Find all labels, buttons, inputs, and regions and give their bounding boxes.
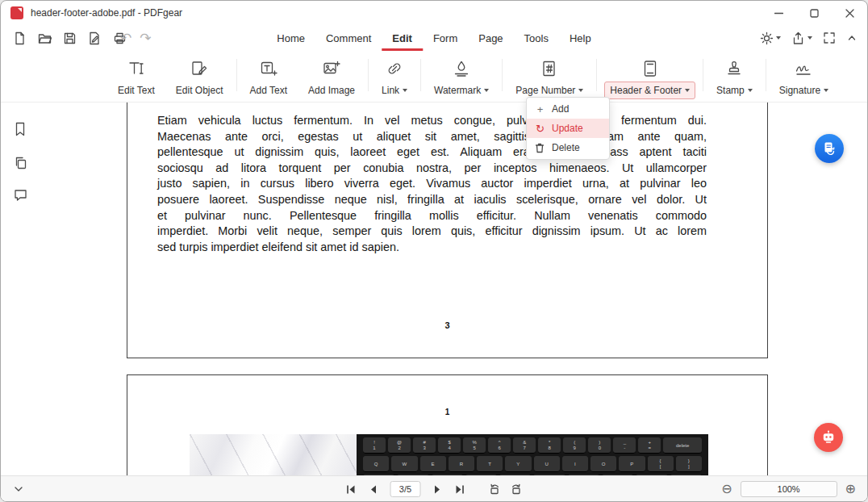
refresh-icon: ↻: [535, 123, 545, 134]
watermark-button[interactable]: Watermark: [424, 56, 499, 99]
rotate-right-button[interactable]: [511, 483, 524, 496]
tab-comment[interactable]: Comment: [315, 25, 382, 51]
ribbon-divider: [368, 59, 369, 91]
pdf-text-line: pellentesque ut dignissim quis, laoreet …: [157, 144, 707, 161]
redo-icon[interactable]: ↷: [140, 31, 151, 45]
edit-text-button[interactable]: Edit Text: [107, 56, 165, 99]
link-icon: [385, 56, 404, 81]
next-page-button[interactable]: [432, 483, 444, 496]
keyboard-key: * 8: [538, 437, 561, 454]
pdf-text-line: justo sapien, in cursus libero viverra e…: [157, 176, 707, 192]
header-footer-button[interactable]: Header & Footer: [599, 56, 700, 99]
comments-panel-icon[interactable]: [14, 189, 27, 202]
keyboard-key: ) 0: [588, 437, 611, 454]
add-text-button[interactable]: Add Text: [240, 56, 298, 99]
rotate-left-button[interactable]: [488, 483, 501, 496]
rotate-buttons: [488, 483, 524, 496]
thumbnails-panel-icon[interactable]: [14, 156, 27, 169]
edit-object-button[interactable]: Edit Object: [165, 56, 234, 99]
tab-form[interactable]: Form: [423, 25, 468, 51]
keyboard-key: ^ 6: [488, 437, 511, 454]
plus-icon: +: [535, 104, 545, 115]
header-footer-dropdown-menu: + Add ↻ Update Delete: [526, 97, 610, 160]
link-button[interactable]: Link: [371, 56, 418, 99]
keyboard-key: Q: [363, 456, 389, 472]
keyboard-row: Q W E R T Y U I O P { [ } ]: [363, 456, 702, 472]
last-page-button[interactable]: [454, 483, 466, 496]
page-header-number: 1: [127, 408, 767, 416]
share-export-button[interactable]: [791, 31, 812, 45]
page-footer-number: 3: [127, 320, 767, 330]
chevron-down-icon: [578, 89, 583, 92]
menu-item-add[interactable]: + Add: [527, 99, 609, 119]
header-footer-icon: [641, 56, 660, 81]
chevron-down-icon: [807, 36, 812, 40]
pdf-text-line: posuere laoreet. Suspendisse neque nisl,…: [157, 192, 707, 208]
signature-button[interactable]: Signature: [769, 56, 839, 99]
keyboard-key: ( 9: [563, 437, 586, 454]
edit-ribbon: Edit Text Edit Object Add Text Add Image: [1, 51, 867, 102]
zoom-out-icon[interactable]: ⊖: [721, 483, 732, 496]
add-image-icon: [322, 56, 341, 81]
zoom-controls: ⊖ ⊕: [721, 476, 856, 502]
fullscreen-button[interactable]: [823, 31, 836, 44]
pdf-text-line: sed turpis imperdiet eleifend sit amet i…: [157, 240, 707, 256]
laptop-keyboard-image: ! 1 @ 2 # 3 $ 4 % 5 ^ 6 & 7 * 8 ( 9 ) 0 …: [357, 434, 708, 475]
undo-icon[interactable]: ↶: [120, 31, 131, 45]
tab-edit[interactable]: Edit: [382, 25, 423, 51]
chevron-down-icon: [748, 89, 753, 92]
tab-tools[interactable]: Tools: [514, 25, 559, 51]
bookmarks-panel-icon[interactable]: [14, 122, 27, 136]
maximize-button[interactable]: [796, 1, 832, 25]
close-button[interactable]: [832, 1, 867, 25]
chatbot-assistant-fab[interactable]: [814, 423, 843, 452]
menu-item-update[interactable]: ↻ Update: [527, 119, 609, 138]
keyboard-key: % 5: [463, 437, 486, 454]
undo-redo-group: ↶ ↷: [120, 25, 152, 51]
add-image-button[interactable]: Add Image: [298, 56, 365, 99]
watermark-icon: [452, 56, 471, 81]
pdfgear-logo-icon: [10, 6, 23, 19]
trash-icon: [535, 143, 545, 153]
keyboard-key: @ 2: [388, 437, 411, 454]
chevron-down-icon: [484, 89, 489, 92]
menu-item-delete[interactable]: Delete: [527, 138, 609, 157]
menu-bar: ↶ ↷ Home Comment Edit Form Page Tools He…: [1, 25, 867, 51]
document-viewport[interactable]: Etiam vehicula luctus fermentum. In vel …: [40, 102, 867, 475]
tab-help[interactable]: Help: [559, 25, 602, 51]
pdf-paragraph: Etiam vehicula luctus fermentum. In vel …: [127, 102, 767, 255]
page-indicator-input[interactable]: [390, 481, 421, 497]
keyboard-key: O: [590, 456, 616, 472]
sign-document-icon[interactable]: [86, 29, 103, 47]
new-file-icon[interactable]: [10, 29, 28, 47]
zoom-in-icon[interactable]: ⊕: [845, 483, 856, 496]
pdf-page-3: Etiam vehicula luctus fermentum. In vel …: [127, 102, 768, 358]
keyboard-key: Y: [505, 456, 531, 472]
ribbon-divider: [596, 59, 597, 91]
ribbon-divider: [766, 59, 766, 91]
marble-texture-image: [190, 434, 357, 475]
robot-icon: [820, 429, 837, 446]
minimize-button[interactable]: [761, 1, 796, 25]
save-icon[interactable]: [61, 29, 78, 47]
tab-page[interactable]: Page: [468, 25, 513, 51]
pdf-converter-fab[interactable]: [815, 134, 844, 163]
previous-page-button[interactable]: [368, 483, 380, 496]
keyboard-key: W: [391, 456, 417, 472]
first-page-button[interactable]: [345, 483, 357, 496]
open-file-icon[interactable]: [35, 29, 53, 47]
stamp-button[interactable]: Stamp: [706, 56, 763, 99]
keyboard-key: R: [449, 456, 474, 472]
edit-object-icon: [190, 56, 209, 81]
collapse-ribbon-button[interactable]: [846, 32, 858, 44]
keyboard-key: } ]: [676, 456, 702, 472]
display-theme-button[interactable]: [760, 31, 781, 45]
page-number-button[interactable]: Page Number: [505, 56, 594, 99]
keyboard-key: & 7: [513, 437, 536, 454]
keyboard-key: P: [619, 456, 645, 472]
stamp-icon: [724, 56, 744, 81]
tab-home[interactable]: Home: [266, 25, 315, 51]
expand-panel-chevron[interactable]: [12, 483, 25, 496]
zoom-level-input[interactable]: [741, 481, 837, 497]
keyboard-key: I: [562, 456, 588, 472]
